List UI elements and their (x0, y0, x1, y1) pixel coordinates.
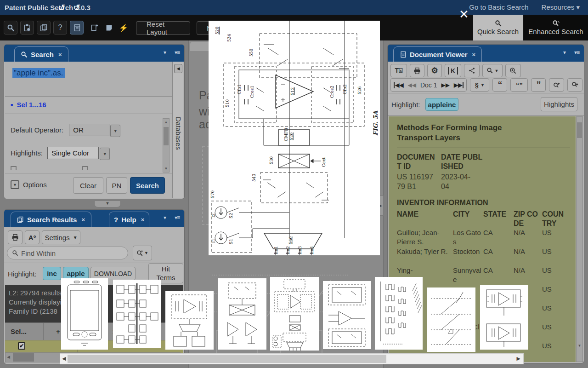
print-button[interactable] (410, 64, 424, 77)
figure-thumbnail[interactable] (113, 280, 161, 348)
prev-doc-button[interactable]: ◀◀ (407, 82, 416, 88)
figure-thumbnail[interactable] (165, 291, 214, 350)
next-hit-button[interactable] (567, 78, 582, 92)
next-doc-button[interactable]: ▶▶ (441, 82, 450, 88)
copy-documents-icon[interactable] (37, 21, 51, 34)
text-image-toggle-button[interactable]: T⌻ (390, 64, 407, 77)
scroll-down-icon[interactable]: ▼ (577, 343, 582, 349)
figure-thumbnail[interactable] (61, 278, 108, 350)
search-icon[interactable] (4, 21, 17, 34)
panel-menu-icon[interactable]: ▾≡ (574, 49, 579, 56)
col-city: CITY (453, 210, 483, 228)
highlight-chip[interactable]: appleinc (425, 98, 458, 111)
go-to-basic-search-link[interactable]: Go to Basic Search (469, 3, 528, 12)
scroll-up-icon[interactable]: ▲ (163, 119, 169, 125)
column-header-sel[interactable]: Sel... (5, 323, 44, 340)
tab-search[interactable]: Search × (14, 46, 68, 62)
zoom-in-icon[interactable] (505, 64, 521, 77)
highlight-chip[interactable]: inc (43, 267, 61, 280)
tab-help[interactable]: ? Help × (109, 212, 149, 227)
share-icon[interactable] (464, 64, 480, 77)
new-document-icon[interactable] (87, 21, 101, 34)
highlights-select[interactable]: Single Color (47, 147, 99, 159)
kwic-button[interactable]: K (445, 64, 461, 77)
highlights-button[interactable]: Highlights (541, 97, 577, 111)
help-icon[interactable]: ? (53, 21, 67, 34)
notebook-icon[interactable] (70, 21, 84, 34)
fig-ref: Iin3 (298, 246, 302, 254)
scroll-left-icon[interactable]: ◀ (7, 355, 10, 359)
panel-menu-icon[interactable]: ▾≡ (175, 49, 180, 56)
clear-button[interactable]: Clear (73, 177, 103, 194)
quote-pair-button[interactable]: “” (510, 78, 528, 92)
panel-menu-icon[interactable]: ▾≡ (175, 214, 180, 221)
inventor-state: CA (483, 228, 514, 237)
fig-ref: Iin1 (274, 246, 278, 254)
fig-ref: S1 (229, 239, 233, 244)
databases-tab[interactable]: Databases (175, 117, 182, 150)
figure-caption: FIG. 5A (372, 110, 379, 136)
figure-popup[interactable]: 520 550 524 526 510 512 CMFB 520 530 Cex… (209, 21, 380, 255)
first-doc-button[interactable]: ◀◀ (394, 82, 403, 88)
note-icon[interactable] (102, 21, 116, 34)
collapse-left-icon[interactable]: ◀ (174, 64, 182, 73)
search-query-area[interactable]: "apple inc".as. (5, 62, 172, 97)
search-doc-dropdown[interactable]: ▼ (482, 64, 503, 77)
figure-thumbnail[interactable] (480, 285, 528, 350)
search-panel: Search × ▾ ▾≡ "apple inc".as. ■Sel 1...1… (4, 44, 185, 199)
figure-thumbnail[interactable] (218, 278, 266, 350)
tab-document-viewer[interactable]: Document Viewer × (393, 46, 482, 62)
quote-close-button[interactable]: ” (531, 78, 546, 92)
gallery-scroll-thumb[interactable] (68, 355, 386, 363)
resources-menu[interactable]: Resources ▾ (542, 3, 580, 12)
tab-search-results[interactable]: Search Results × (11, 212, 91, 227)
scroll-right-icon[interactable]: ▶ (517, 356, 520, 362)
settings-button[interactable]: Settings ▼ (42, 230, 80, 244)
panel-caret-icon[interactable]: ▾ (164, 49, 166, 56)
fig-ref: 524 (227, 34, 232, 42)
doc-viewer-scrollbar[interactable]: ▼ (576, 116, 583, 362)
find-within-input[interactable]: Find Within (7, 247, 128, 259)
section-dropdown[interactable]: § ▼ (470, 78, 489, 92)
close-tab-icon[interactable]: × (81, 216, 85, 223)
doc-viewer-header: Document Viewer × ▾ ▾≡ (388, 45, 584, 62)
pn-button[interactable]: PN (106, 177, 127, 194)
tab-quick-search[interactable]: Quick Search (473, 15, 523, 40)
reset-layout-button[interactable]: Reset Layout (136, 21, 190, 35)
inventor-country: US (542, 228, 566, 237)
panel-caret-icon[interactable]: ▾ (164, 214, 166, 221)
inventor-table-header: NAME CITY STATE ZIP CODE COUNTRY (397, 210, 576, 228)
horizontal-splitter-handle[interactable]: ▼ (94, 201, 121, 207)
tab-enhanced-search[interactable]: Enhanced Search (524, 15, 588, 40)
close-tab-icon[interactable]: × (141, 216, 145, 223)
search-query-text[interactable]: "apple inc".as. (12, 68, 65, 78)
close-overlay-button[interactable]: ✕ (458, 8, 470, 20)
gallery-h-scrollbar[interactable]: ◀ ▶ (60, 353, 524, 364)
scroll-left-icon[interactable]: ◀ (62, 356, 66, 362)
default-operator-select[interactable]: OR (69, 124, 109, 136)
close-tab-icon[interactable]: × (472, 51, 476, 58)
close-tab-icon[interactable]: × (58, 51, 62, 58)
default-operator-caret-icon[interactable]: ▾ (110, 125, 120, 137)
highlights-caret-icon[interactable]: ▾ (100, 148, 110, 160)
options-toggle[interactable]: ▼ Options (11, 180, 47, 189)
font-size-button[interactable]: Aº (25, 230, 40, 244)
search-options-scrollbar[interactable]: ▲ ▼ (163, 118, 170, 172)
prev-hit-button[interactable] (549, 78, 564, 92)
document-title: Methods For Forming Image Transport Laye… (397, 123, 530, 143)
figure-thumbnail[interactable] (323, 281, 371, 349)
figure-thumbnail[interactable] (375, 277, 423, 350)
print-button[interactable] (8, 230, 23, 244)
search-button[interactable]: Search (130, 177, 165, 194)
gear-icon[interactable]: ⚙ (427, 64, 442, 77)
panel-caret-icon[interactable]: ▾ (563, 49, 566, 56)
clipboard-icon[interactable] (20, 21, 34, 34)
quote-open-button[interactable]: “ (492, 78, 507, 92)
figure-thumbnail[interactable] (270, 277, 319, 351)
scroll-down-icon[interactable]: ▼ (163, 166, 169, 172)
inventor-name: Ying- (397, 266, 453, 275)
sel-range-link[interactable]: ■Sel 1...16 (11, 101, 46, 109)
last-doc-button[interactable]: ▶▶ (454, 82, 464, 88)
figure-thumbnail[interactable] (427, 288, 475, 352)
find-options-button[interactable]: ▼ (133, 246, 152, 260)
